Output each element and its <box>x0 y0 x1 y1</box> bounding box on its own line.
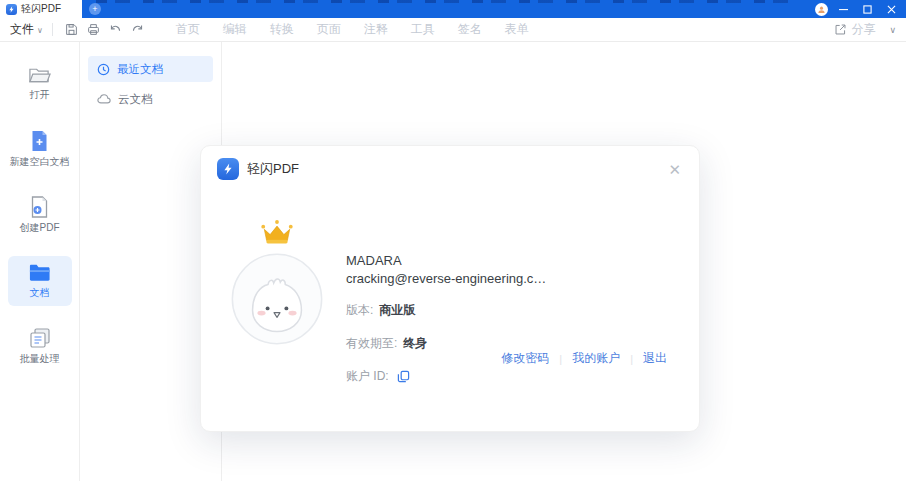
account-id-row: 账户 ID: <box>346 368 546 385</box>
change-password-link[interactable]: 修改密码 <box>501 350 549 367</box>
minimize-button[interactable] <box>834 2 852 16</box>
panel-item-label: 云文档 <box>118 92 153 107</box>
version-row: 版本: 商业版 <box>346 302 546 319</box>
documents-folder-icon <box>28 263 51 283</box>
share-label: 分享 <box>851 21 875 38</box>
sidebar-item-batch-process[interactable]: 批量处理 <box>8 320 72 373</box>
expiry-label: 有效期至: <box>346 335 397 352</box>
new-blank-doc-icon <box>30 130 49 152</box>
sidebar: 打开 新建空白文档 创建PDF 文档 <box>0 42 80 481</box>
account-name: MADARA <box>346 253 546 268</box>
version-label: 版本: <box>346 302 373 319</box>
file-menu-label: 文件 <box>10 21 34 38</box>
copy-icon <box>397 370 410 383</box>
new-tab-button[interactable]: + <box>89 3 101 15</box>
sidebar-item-label: 文档 <box>30 287 50 300</box>
menu-tab-pages[interactable]: 页面 <box>317 21 341 38</box>
titlebar-clipped-text <box>96 0 796 3</box>
link-divider: | <box>630 353 633 365</box>
share-edit-icon <box>834 23 847 36</box>
account-avatar <box>230 252 324 346</box>
sidebar-item-label: 打开 <box>30 89 50 102</box>
expiry-value: 终身 <box>403 335 427 352</box>
undo-button[interactable] <box>106 21 126 39</box>
menu-tab-convert[interactable]: 转换 <box>270 21 294 38</box>
menu-tab-sign[interactable]: 签名 <box>458 21 482 38</box>
cloud-icon <box>97 93 111 105</box>
menu-tab-annotate[interactable]: 注释 <box>364 21 388 38</box>
sidebar-item-create-pdf[interactable]: 创建PDF <box>8 189 72 242</box>
clock-icon <box>97 63 110 76</box>
sidebar-item-label: 批量处理 <box>20 353 60 366</box>
version-value: 商业版 <box>379 302 415 319</box>
chevron-down-icon: ∨ <box>37 26 43 35</box>
sidebar-item-label: 新建空白文档 <box>10 156 70 169</box>
my-account-link[interactable]: 我的账户 <box>572 350 620 367</box>
account-id-label: 账户 ID: <box>346 368 389 385</box>
logout-link[interactable]: 退出 <box>643 350 667 367</box>
menu-tab-edit[interactable]: 编辑 <box>223 21 247 38</box>
user-avatar-icon[interactable] <box>815 3 828 16</box>
app-logo-icon <box>6 4 17 15</box>
share-button[interactable]: 分享 <box>834 21 875 38</box>
menu-tab-forms[interactable]: 表单 <box>505 21 529 38</box>
sidebar-item-documents[interactable]: 文档 <box>8 256 72 307</box>
print-button[interactable] <box>84 21 104 39</box>
sidebar-item-open[interactable]: 打开 <box>8 58 72 109</box>
panel-item-recent-docs[interactable]: 最近文档 <box>88 56 213 82</box>
toolbar-divider <box>52 23 53 36</box>
batch-process-icon <box>29 327 51 349</box>
redo-button[interactable] <box>128 21 148 39</box>
link-divider: | <box>559 353 562 365</box>
app-tab-title: 轻闪PDF <box>21 2 61 16</box>
panel-item-label: 最近文档 <box>117 62 163 77</box>
dialog-title: 轻闪PDF <box>247 160 299 178</box>
file-menu-button[interactable]: 文件 ∨ <box>10 21 43 38</box>
save-button[interactable] <box>62 21 82 39</box>
account-email: cracking@reverse-engineering.c… <box>346 271 546 286</box>
dialog-close-icon[interactable]: ✕ <box>664 160 685 179</box>
menu-tab-tools[interactable]: 工具 <box>411 21 435 38</box>
menu-tab-home[interactable]: 首页 <box>176 21 200 38</box>
crown-icon <box>259 219 295 251</box>
titlebar: 轻闪PDF + <box>0 0 906 18</box>
app-tab[interactable]: 轻闪PDF <box>0 0 82 18</box>
avatar-character-image <box>230 252 324 346</box>
copy-account-id-button[interactable] <box>397 370 410 383</box>
account-dialog: 轻闪PDF ✕ <box>200 145 700 432</box>
collapse-toolbar-chevron-icon[interactable]: ∨ <box>889 25 896 35</box>
menu-tabs: 首页 编辑 转换 页面 注释 工具 签名 表单 <box>176 21 529 38</box>
toolbar: 文件 ∨ 首页 编辑 转换 页面 注释 工具 签名 表单 分 <box>0 18 906 42</box>
close-button[interactable] <box>882 2 900 16</box>
panel-item-cloud-docs[interactable]: 云文档 <box>88 86 213 112</box>
create-pdf-icon <box>30 196 49 218</box>
sidebar-item-label: 创建PDF <box>20 222 60 235</box>
sidebar-item-new-blank-doc[interactable]: 新建空白文档 <box>8 123 72 176</box>
dialog-app-logo-icon <box>217 158 239 180</box>
open-folder-icon <box>28 65 51 85</box>
maximize-button[interactable] <box>858 2 876 16</box>
